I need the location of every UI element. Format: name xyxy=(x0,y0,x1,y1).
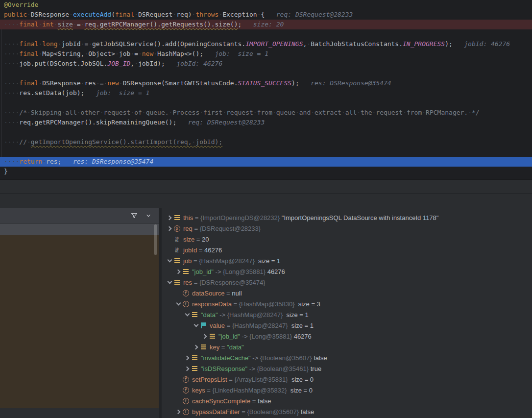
left-panel-toolbar xyxy=(0,208,159,223)
code-line[interactable]: ····/*·Skipping·all·other·request·of·que… xyxy=(0,108,532,118)
tree-expander-icon[interactable] xyxy=(192,343,200,351)
code-token: HashMap<>(); xyxy=(157,50,203,57)
variable-text: {HashMap@28247} xyxy=(199,257,255,265)
code-line-execution-point[interactable]: ····return·res; res: DSResponse@35474 xyxy=(0,157,532,167)
code-line[interactable]: ····//·getImportOpeningService().startIm… xyxy=(0,137,532,147)
code-editor[interactable]: @Overridepublic·DSResponse·executeAdd(fi… xyxy=(0,0,532,179)
whitespace-dots: · xyxy=(130,109,134,116)
variable-text: = xyxy=(193,225,200,232)
variables-tree[interactable]: this = {ImportOpeningDS@28232} "ImportOp… xyxy=(162,208,532,418)
code-line[interactable] xyxy=(0,69,532,78)
value-icon xyxy=(191,354,198,361)
variable-text: = xyxy=(225,290,232,297)
tree-expander-icon[interactable] xyxy=(183,354,191,362)
variable-row[interactable]: fsetPropsList = {ArrayList@35831} size =… xyxy=(162,374,532,385)
whitespace-dots: · xyxy=(222,109,226,116)
variable-row[interactable]: key = "data" xyxy=(162,342,532,352)
variable-row[interactable]: res = {DSResponse@35474} xyxy=(162,277,532,288)
inline-debugger-hint: job: size = 1 xyxy=(84,89,149,97)
variable-row[interactable]: job = {HashMap@28247} size = 1 xyxy=(162,255,532,266)
code-line[interactable]: } xyxy=(0,167,532,176)
variable-row[interactable]: 10 01jobId = 46276 xyxy=(162,245,532,255)
whitespace-dots: · xyxy=(61,109,65,116)
code-line[interactable]: ····req.getRPCManager().skipRemainingQue… xyxy=(0,118,532,127)
code-token: size xyxy=(58,21,73,28)
left-panel-scrollbar[interactable] xyxy=(154,224,157,255)
tree-expander-icon[interactable] xyxy=(166,214,173,221)
variable-row[interactable]: fcacheSyncComplete = false xyxy=(162,395,532,406)
tree-expander-icon[interactable] xyxy=(183,311,191,319)
variable-row[interactable]: fkeys = {LinkedHashMap@35832} size = 0 xyxy=(162,385,532,395)
field-icon: f xyxy=(182,397,189,404)
code-line[interactable]: @Override xyxy=(0,0,532,10)
variable-row[interactable]: this = {ImportOpeningDS@28232} "ImportOp… xyxy=(162,212,532,223)
whitespace-dots: · xyxy=(27,11,31,18)
inline-debugger-hint: req: DSRequest@28233 xyxy=(176,119,265,126)
tree-expander-icon[interactable] xyxy=(166,257,173,265)
variable-text: = xyxy=(205,387,213,394)
tree-expander-icon[interactable] xyxy=(201,332,209,340)
whitespace-dots: · xyxy=(341,109,345,116)
code-line[interactable]: ····job.put(DSConst.JobSQL.JOB_ID,·jobId… xyxy=(0,59,532,69)
code-line[interactable] xyxy=(0,29,532,39)
variable-row[interactable]: 10 01size = 20 xyxy=(162,234,532,245)
whitespace-dots: · xyxy=(403,109,407,116)
variable-text: "data" xyxy=(227,344,244,351)
variable-row[interactable]: "isDSResponse" -> {Boolean@35461} true xyxy=(162,363,532,374)
code-line-breakpoint[interactable]: ····final·int·size·=·req.getRPCManager()… xyxy=(0,20,532,29)
field-icon: f xyxy=(182,300,189,307)
variable-row[interactable]: fdataSource = null xyxy=(162,288,532,298)
code-line[interactable]: ····res.setData(job); job: size = 1 xyxy=(0,88,532,98)
variable-row[interactable]: preq = {DSRequest@28233} xyxy=(162,223,532,234)
tree-expander-icon[interactable] xyxy=(174,268,182,275)
tree-expander-icon[interactable] xyxy=(183,365,191,372)
variable-row[interactable]: "job_id" -> {Long@35881} 46276 xyxy=(162,266,532,277)
value-icon xyxy=(173,279,180,286)
code-line[interactable] xyxy=(0,127,532,137)
variable-row[interactable]: "job_id" -> {Long@35881} 46276 xyxy=(162,331,532,342)
variable-row[interactable]: value = {HashMap@28247} size = 1 xyxy=(162,320,532,331)
whitespace-dots: · xyxy=(77,109,81,116)
tree-expander-icon[interactable] xyxy=(166,278,173,286)
code-token: Exception·{ xyxy=(222,11,265,18)
whitespace-dots: · xyxy=(42,158,46,165)
code-token: ); xyxy=(291,79,299,87)
filter-icon[interactable] xyxy=(130,212,138,220)
code-token: new· xyxy=(142,50,157,57)
primitive-icon: 10 01 xyxy=(173,236,180,243)
variable-text: {Long@35881} xyxy=(249,333,294,340)
code-line[interactable] xyxy=(0,147,532,157)
variable-row[interactable]: fresponseData = {HashMap@35830} size = 3 xyxy=(162,298,532,309)
variable-row[interactable]: "data" -> {HashMap@28247} size = 1 xyxy=(162,309,532,320)
whitespace-dots: · xyxy=(54,21,58,28)
code-line[interactable]: public·DSResponse·executeAdd(final·DSReq… xyxy=(0,10,532,20)
whitespace-dots: · xyxy=(27,109,31,116)
code-token: )· xyxy=(188,11,196,18)
tree-expander-icon[interactable] xyxy=(174,408,182,416)
code-line[interactable]: ····final·DSResponse·res·=·new·DSRespons… xyxy=(0,78,532,88)
code-line[interactable] xyxy=(0,98,532,108)
inline-debugger-hint: jobId: 46276 xyxy=(453,40,510,48)
code-token: return· xyxy=(19,158,46,165)
left-panel-footer xyxy=(0,408,159,418)
tree-expander-icon[interactable] xyxy=(174,300,182,308)
variable-row[interactable]: fbypassDataFilter = {Boolean@35607} fals… xyxy=(162,406,532,417)
code-line[interactable]: ····final·Map<String,·Object>·job·=·new·… xyxy=(0,49,532,59)
variable-text: 46276 xyxy=(204,246,222,254)
variable-text: = xyxy=(250,397,258,405)
chevron-down-icon[interactable] xyxy=(145,212,152,219)
variable-text: = xyxy=(193,214,200,221)
inline-debugger-hint: job: size = 1 xyxy=(203,50,268,57)
tree-expander-icon[interactable] xyxy=(192,321,200,329)
whitespace-dots: · xyxy=(115,50,119,57)
whitespace-dots: · xyxy=(81,40,85,48)
tree-expander-icon[interactable] xyxy=(166,224,173,232)
code-token: ···· xyxy=(4,21,19,28)
left-panel-selected-row[interactable] xyxy=(0,223,159,235)
left-panel-content-area[interactable] xyxy=(0,235,159,408)
code-line[interactable]: ····final·long·jobId·=·getJobSQLService(… xyxy=(0,39,532,49)
variable-row[interactable]: "invalidateCache" -> {Boolean@35607} fal… xyxy=(162,352,532,363)
whitespace-dots: ···· xyxy=(4,89,19,97)
variable-text: "data" xyxy=(201,311,218,319)
variable-text: 46276 xyxy=(267,268,285,275)
